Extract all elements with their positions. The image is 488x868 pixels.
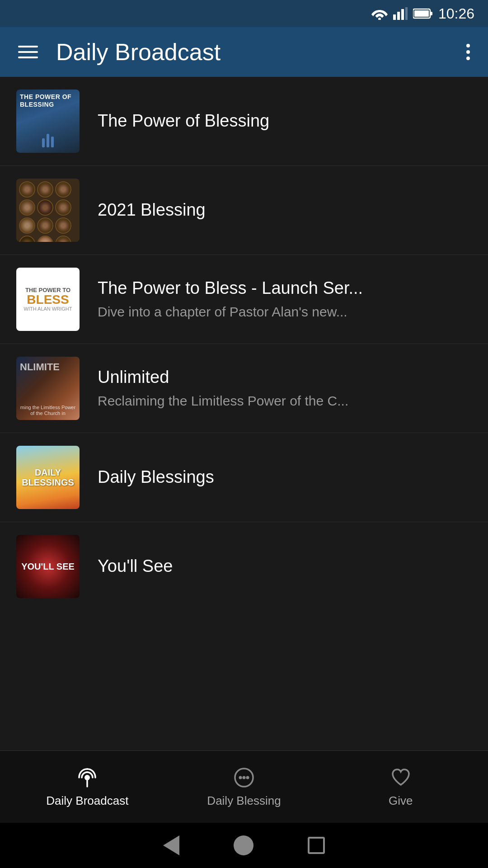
item-thumbnail-4: NLIMITE ming the Limitless Power of the … [16, 357, 80, 420]
bottom-navigation: Daily Broadcast Daily Blessing Give [0, 750, 488, 823]
nav-item-give[interactable]: Give [322, 766, 479, 808]
svg-point-11 [239, 776, 242, 779]
system-nav-bar [0, 823, 488, 868]
battery-icon [413, 8, 433, 19]
list-item[interactable]: NLIMITE ming the Limitless Power of the … [0, 344, 488, 433]
nav-item-daily-blessing[interactable]: Daily Blessing [166, 766, 323, 808]
thumbnail-text: YOU'LL SEE [21, 561, 75, 571]
status-bar: 10:26 [0, 0, 488, 27]
item-content: The Power of Blessing [98, 111, 472, 132]
svg-rect-6 [430, 12, 432, 15]
page-title: Daily Broadcast [56, 38, 448, 66]
thumbnail-text: THE POWER OF BLESSING [20, 93, 76, 108]
svg-point-13 [246, 776, 249, 779]
svg-point-0 [378, 18, 381, 20]
thumbnail-decoration [42, 134, 54, 147]
nav-label-daily-blessing: Daily Blessing [207, 794, 281, 808]
item-content: Unlimited Reclaiming the Limitless Power… [98, 367, 472, 410]
svg-rect-3 [401, 9, 404, 20]
nav-label-daily-broadcast: Daily Broadcast [46, 794, 128, 808]
recents-button[interactable] [308, 837, 325, 854]
svg-rect-1 [393, 14, 396, 20]
message-icon [232, 766, 256, 789]
item-subtitle: Dive into a chapter of Pastor Alan's new… [98, 303, 472, 321]
menu-button[interactable] [18, 46, 38, 58]
item-title: You'll See [98, 556, 472, 577]
nav-label-give: Give [389, 794, 413, 808]
item-title: The Power of Blessing [98, 111, 472, 132]
item-title: Daily Blessings [98, 467, 472, 488]
home-button[interactable] [234, 835, 253, 855]
thumbnail-mid-text: BLESS [27, 293, 69, 306]
svg-rect-2 [397, 12, 400, 20]
item-thumbnail-3: THE POWER TO BLESS WITH ALAN WRIGHT [16, 268, 80, 331]
item-thumbnail-2 [16, 179, 80, 242]
svg-point-8 [84, 775, 90, 780]
broadcast-icon [75, 766, 99, 789]
item-content: 2021 Blessing [98, 200, 472, 221]
item-content: You'll See [98, 556, 472, 577]
thumbnail-n: NLIMITE [20, 361, 60, 373]
item-thumbnail-1: THE POWER OF BLESSING [16, 90, 80, 153]
thumbnail-text: DAILY BLESSINGS [16, 467, 80, 487]
list-item[interactable]: YOU'LL SEE You'll See [0, 522, 488, 611]
heart-icon [389, 766, 413, 789]
nav-item-daily-broadcast[interactable]: Daily Broadcast [9, 766, 166, 808]
wifi-icon [371, 7, 388, 20]
item-title: Unlimited [98, 367, 472, 388]
status-icons: 10:26 [371, 5, 474, 22]
list-item[interactable]: DAILY BLESSINGS Daily Blessings [0, 433, 488, 522]
item-thumbnail-5: DAILY BLESSINGS [16, 446, 80, 509]
list-item[interactable]: 2021 Blessing [0, 166, 488, 255]
svg-rect-7 [414, 10, 429, 17]
thumbnail-bottom-text: WITH ALAN WRIGHT [24, 306, 72, 312]
svg-rect-4 [405, 7, 408, 20]
item-thumbnail-6: YOU'LL SEE [16, 535, 80, 598]
thumbnail-text: ming the Limitless Power of the Church i… [19, 405, 77, 416]
item-content: Daily Blessings [98, 467, 472, 488]
signal-icon [393, 7, 408, 20]
item-title: 2021 Blessing [98, 200, 472, 221]
app-header: Daily Broadcast [0, 27, 488, 77]
status-time: 10:26 [438, 5, 474, 22]
item-subtitle: Reclaiming the Limitless Power of the C.… [98, 392, 472, 410]
more-options-button[interactable] [466, 44, 470, 60]
item-title: The Power to Bless - Launch Ser... [98, 278, 472, 299]
thumbnail-decoration [16, 179, 80, 242]
back-button[interactable] [163, 835, 179, 855]
list-item[interactable]: THE POWER TO BLESS WITH ALAN WRIGHT The … [0, 255, 488, 344]
list-item[interactable]: THE POWER OF BLESSING The Power of Bless… [0, 77, 488, 166]
svg-point-12 [243, 776, 246, 779]
item-content: The Power to Bless - Launch Ser... Dive … [98, 278, 472, 321]
broadcast-list: THE POWER OF BLESSING The Power of Bless… [0, 77, 488, 750]
